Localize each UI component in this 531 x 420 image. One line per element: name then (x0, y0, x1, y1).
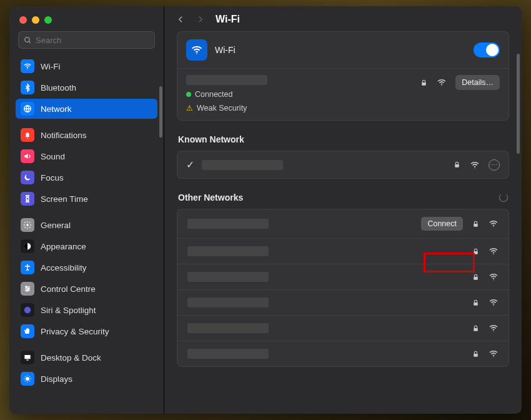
window-controls (9, 6, 164, 31)
other-network-row[interactable]: Connect (177, 209, 509, 238)
lock-icon (453, 161, 461, 169)
svg-line-1 (29, 41, 31, 43)
sidebar-item-bluetooth[interactable]: Bluetooth (16, 78, 157, 98)
more-options-button[interactable]: ⋯ (489, 159, 500, 171)
sidebar-item-general[interactable]: General (16, 215, 157, 235)
svg-rect-25 (474, 251, 478, 254)
sidebar-item-accessibility[interactable]: Accessibility (16, 258, 157, 278)
sidebar: Wi-FiBluetoothNetworkNotificationsSoundF… (9, 6, 164, 414)
svg-point-24 (493, 226, 494, 227)
wifi-signal-icon (470, 160, 480, 170)
details-button[interactable]: Details… (455, 75, 500, 90)
sidebar-item-network[interactable]: Network (16, 99, 157, 119)
other-network-row[interactable] (177, 264, 509, 289)
nav-back-button[interactable] (177, 14, 185, 25)
sidebar-item-sound[interactable]: Sound (16, 146, 157, 166)
svg-rect-19 (422, 82, 427, 85)
svg-point-20 (442, 85, 442, 86)
other-network-row[interactable] (177, 289, 509, 315)
other-network-name (187, 323, 269, 333)
sidebar-item-label: Bluetooth (41, 83, 76, 92)
svg-point-22 (474, 168, 475, 168)
other-networks-card: Connect (177, 209, 509, 367)
known-network-name (202, 160, 283, 170)
wifi-signal-icon (489, 272, 499, 282)
sidebar-item-displays[interactable]: Displays (16, 369, 157, 389)
svg-rect-16 (26, 360, 29, 361)
lock-icon (472, 299, 480, 307)
other-network-row[interactable] (177, 238, 509, 264)
sidebar-item-label: Privacy & Security (41, 327, 109, 336)
sidebar-item-label: Focus (41, 173, 64, 182)
sidebar-item-label: Displays (41, 374, 72, 384)
wifi-signal-icon (489, 246, 499, 256)
search-input[interactable] (36, 36, 149, 45)
lock-icon (472, 324, 480, 332)
sidebar-item-screen-time[interactable]: Screen Time (16, 189, 157, 209)
svg-point-4 (27, 138, 28, 139)
settings-window: Wi-FiBluetoothNetworkNotificationsSoundF… (9, 6, 522, 414)
sidebar-item-label: Sound (41, 152, 65, 161)
fullscreen-window-button[interactable] (44, 16, 52, 24)
content-scrollbar[interactable] (517, 54, 520, 154)
sidebar-scrollbar[interactable] (159, 86, 162, 138)
connect-button[interactable]: Connect (421, 217, 463, 231)
status-connected: Connected (195, 90, 232, 99)
other-network-row[interactable] (177, 315, 509, 341)
search-field[interactable] (18, 31, 155, 49)
svg-point-7 (27, 264, 28, 266)
svg-point-26 (493, 254, 494, 254)
sidebar-item-notifications[interactable]: Notifications (16, 125, 157, 145)
svg-point-18 (196, 53, 197, 54)
topbar: Wi-Fi (164, 6, 522, 31)
svg-rect-33 (474, 353, 478, 356)
svg-point-12 (28, 288, 29, 289)
svg-point-34 (493, 356, 494, 357)
lock-icon (472, 273, 480, 281)
hand-icon (21, 324, 34, 338)
check-icon: ✓ (186, 159, 194, 171)
svg-rect-31 (474, 328, 478, 331)
other-network-row[interactable] (177, 341, 509, 366)
other-network-name (187, 349, 269, 359)
known-network-row[interactable]: ✓ ⋯ (177, 151, 509, 178)
other-network-name (187, 246, 269, 256)
minimize-window-button[interactable] (32, 16, 39, 24)
lock-icon (472, 350, 480, 358)
lock-icon (472, 248, 480, 256)
status-warning: Weak Security (197, 104, 247, 112)
svg-point-13 (26, 290, 27, 291)
sidebar-item-wi-fi[interactable]: Wi-Fi (16, 56, 157, 76)
svg-rect-29 (474, 302, 478, 305)
svg-rect-23 (474, 223, 478, 226)
sidebar-item-label: Screen Time (41, 194, 88, 204)
sidebar-item-desktop-dock[interactable]: Desktop & Dock (16, 348, 157, 368)
other-network-name (187, 298, 269, 308)
wifi-icon (21, 59, 34, 73)
sidebar-item-control-centre[interactable]: Control Centre (16, 279, 157, 299)
status-dot-icon (186, 92, 191, 97)
search-icon (24, 36, 32, 44)
current-network-name (186, 75, 267, 85)
svg-point-17 (26, 377, 29, 381)
desktop-icon (21, 351, 34, 364)
lock-icon (472, 220, 480, 228)
sidebar-item-privacy-security[interactable]: Privacy & Security (16, 321, 157, 341)
bell-icon (21, 128, 34, 142)
close-window-button[interactable] (19, 16, 27, 24)
lock-icon (420, 79, 428, 87)
sidebar-item-appearance[interactable]: Appearance (16, 236, 157, 256)
sidebar-item-focus[interactable]: Focus (16, 168, 157, 188)
hourglass-icon (21, 192, 34, 206)
accessibility-icon (21, 261, 34, 274)
nav-forward-button[interactable] (196, 14, 204, 25)
wifi-toggle[interactable] (474, 42, 500, 58)
displays-icon (21, 372, 34, 386)
current-network-row[interactable]: Connected ⚠Weak Security Details… (177, 69, 509, 120)
sidebar-item-siri-spotlight[interactable]: Siri & Spotlight (16, 300, 157, 320)
sidebar-item-label: Appearance (41, 242, 86, 251)
wifi-signal-icon (489, 219, 499, 229)
wifi-signal-icon (489, 323, 499, 333)
sidebar-item-label: Control Centre (41, 284, 96, 294)
svg-rect-15 (24, 355, 30, 359)
